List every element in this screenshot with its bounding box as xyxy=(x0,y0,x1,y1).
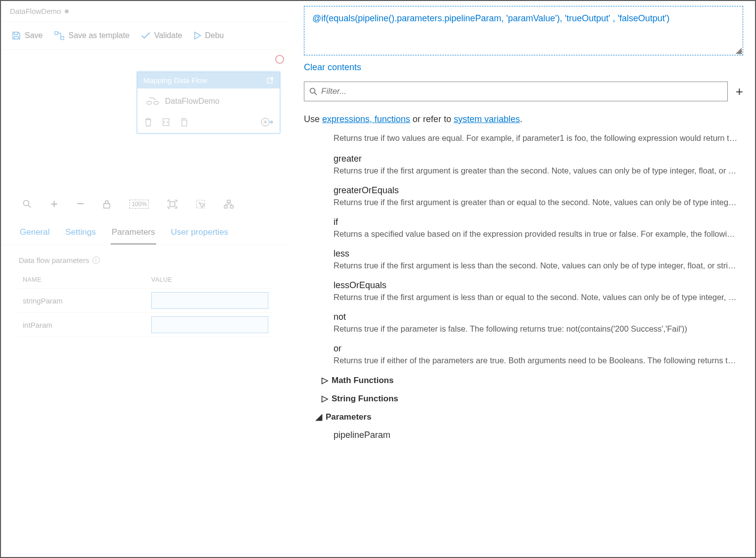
debug-button[interactable]: Debu xyxy=(189,28,229,43)
filter-box[interactable] xyxy=(304,82,728,101)
canvas-toolbar: + − 100% xyxy=(1,191,290,216)
save-button[interactable]: Save xyxy=(7,28,47,43)
lower-tabs: General Settings Parameters User propert… xyxy=(1,217,290,245)
fn-desc: Returns true if the first argument is gr… xyxy=(334,198,738,207)
param-row: intParam xyxy=(19,313,272,337)
left-panel: DataFlowDemo Save Save as template Valid… xyxy=(1,1,290,557)
expression-textarea[interactable]: @if(equals(pipeline().parameters.pipelin… xyxy=(304,6,743,55)
svg-rect-9 xyxy=(170,202,175,207)
code-icon[interactable] xyxy=(162,118,170,127)
tab-parameters[interactable]: Parameters xyxy=(111,222,156,245)
info-icon[interactable]: i xyxy=(92,257,100,264)
dataflow-node[interactable]: Mapping Data Flow DataFlowDemo xyxy=(137,72,280,133)
layout-icon[interactable] xyxy=(224,200,234,209)
clear-contents-link[interactable]: Clear contents xyxy=(304,62,743,73)
fn-name: greaterOrEquals xyxy=(334,185,738,196)
svg-point-2 xyxy=(147,101,152,104)
fn-name: or xyxy=(334,343,738,354)
tab-user-properties[interactable]: User properties xyxy=(170,222,229,245)
zoom-out-icon[interactable]: − xyxy=(77,196,84,212)
expression-builder-panel: @if(equals(pipeline().parameters.pipelin… xyxy=(290,1,755,557)
group-parameters[interactable]: ◢ Parameters xyxy=(316,412,738,422)
params-title-text: Data flow parameters xyxy=(19,256,89,264)
fn-name: if xyxy=(334,217,738,227)
help-suffix: . xyxy=(520,114,522,124)
fn-desc: Returns true if the parameter is false. … xyxy=(334,324,738,334)
tab-title: DataFlowDemo xyxy=(10,7,61,15)
search-icon[interactable] xyxy=(23,200,32,209)
canvas[interactable]: Mapping Data Flow DataFlowDemo xyxy=(1,49,290,217)
delete-icon[interactable] xyxy=(144,118,152,127)
svg-rect-12 xyxy=(224,206,227,208)
chevron-down-icon: ◢ xyxy=(316,412,322,422)
function-item[interactable]: if Returns a specified value based on if… xyxy=(334,217,738,239)
help-text: Use expressions, functions or refer to s… xyxy=(304,114,743,125)
filter-input[interactable] xyxy=(321,86,722,96)
fn-name: not xyxy=(334,312,738,322)
fn-name: lessOrEquals xyxy=(334,280,738,291)
fn-desc: Returns a specified value based on if th… xyxy=(334,229,738,239)
zoom-100-icon[interactable]: 100% xyxy=(129,200,149,209)
group-string[interactable]: ▷ String Functions xyxy=(322,393,738,404)
zoom-in-icon[interactable]: + xyxy=(50,196,58,212)
copy-icon[interactable] xyxy=(180,118,188,127)
col-name: NAME xyxy=(23,276,151,283)
svg-rect-11 xyxy=(227,200,230,203)
template-icon xyxy=(54,31,64,40)
tab-settings[interactable]: Settings xyxy=(64,222,96,245)
function-item[interactable]: greater Returns true if the first argume… xyxy=(334,154,738,175)
function-list[interactable]: Returns true if two values are equal. Fo… xyxy=(304,133,743,552)
params-section: Data flow parameters i NAME VALUE string… xyxy=(1,245,290,348)
validate-button[interactable]: Validate xyxy=(136,28,187,43)
fn-desc: Returns true if two values are equal. Fo… xyxy=(334,133,738,143)
check-icon xyxy=(141,32,150,39)
function-item[interactable]: less Returns true if the first argument … xyxy=(334,249,738,270)
node-header: Mapping Data Flow xyxy=(137,72,280,88)
add-button[interactable]: + xyxy=(736,84,743,99)
select-icon[interactable] xyxy=(196,200,205,209)
validate-label: Validate xyxy=(154,31,182,40)
fn-name: less xyxy=(334,249,738,259)
node-name: DataFlowDemo xyxy=(165,97,219,106)
toolbar: Save Save as template Validate Debu xyxy=(1,22,290,49)
function-item[interactable]: not Returns true if the parameter is fal… xyxy=(334,312,738,334)
function-item[interactable]: greaterOrEquals Returns true if the firs… xyxy=(334,185,738,207)
lock-icon[interactable] xyxy=(103,200,111,209)
svg-rect-0 xyxy=(55,32,58,35)
validation-error-icon xyxy=(275,55,284,64)
help-mid: or refer to xyxy=(410,114,454,124)
unsaved-indicator-icon xyxy=(65,9,69,13)
group-math[interactable]: ▷ Math Functions xyxy=(322,375,738,386)
fn-desc: Returns true if the first argument is le… xyxy=(334,293,738,302)
function-item[interactable]: lessOrEquals Returns true if the first a… xyxy=(334,280,738,302)
add-output-icon[interactable] xyxy=(261,117,273,127)
param-value-input[interactable] xyxy=(151,316,268,333)
system-variables-link[interactable]: system variables xyxy=(454,114,520,124)
file-tab[interactable]: DataFlowDemo xyxy=(1,1,78,21)
tab-general[interactable]: General xyxy=(19,222,50,245)
params-title: Data flow parameters i xyxy=(19,256,272,264)
save-template-button[interactable]: Save as template xyxy=(49,28,134,43)
svg-point-3 xyxy=(154,101,159,104)
svg-rect-8 xyxy=(104,204,110,208)
expressions-link[interactable]: expressions, functions xyxy=(322,114,410,124)
chevron-right-icon: ▷ xyxy=(322,393,328,404)
search-icon xyxy=(309,87,317,95)
help-prefix: Use xyxy=(304,114,322,124)
debug-label: Debu xyxy=(205,31,224,40)
open-external-icon[interactable] xyxy=(266,77,274,85)
group-label: String Functions xyxy=(332,394,398,404)
param-row: stringParam xyxy=(19,289,272,313)
group-label: Math Functions xyxy=(332,376,394,386)
fn-desc: Returns true if either of the parameters… xyxy=(334,356,738,365)
param-value-input[interactable] xyxy=(151,292,268,309)
col-value: VALUE xyxy=(151,276,172,283)
svg-rect-5 xyxy=(182,120,187,126)
parameter-item[interactable]: pipelineParam xyxy=(334,430,738,440)
node-header-label: Mapping Data Flow xyxy=(143,76,207,85)
fit-icon[interactable] xyxy=(168,200,177,209)
node-body: DataFlowDemo xyxy=(137,88,280,114)
dataflow-icon xyxy=(146,96,159,106)
function-item[interactable]: or Returns true if either of the paramet… xyxy=(334,343,738,365)
save-label: Save xyxy=(25,31,42,40)
